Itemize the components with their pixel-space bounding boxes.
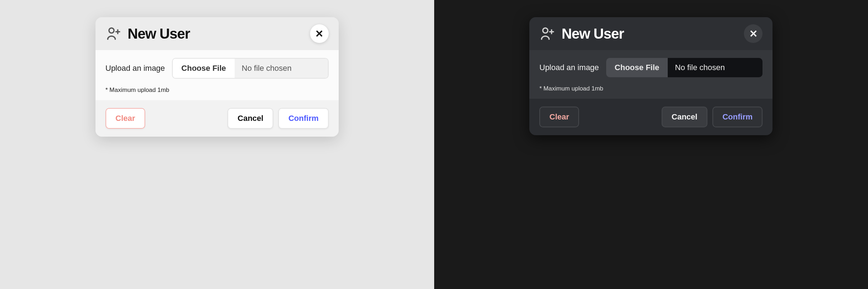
user-plus-icon: [106, 26, 121, 41]
dialog-footer: Clear Cancel Confirm: [95, 100, 339, 137]
dialog-body: Upload an image Choose File No file chos…: [95, 50, 339, 100]
file-picker: Choose File No file chosen: [172, 58, 329, 79]
close-icon: ✕: [749, 28, 757, 40]
clear-button[interactable]: Clear: [106, 108, 145, 129]
user-plus-icon: [539, 26, 555, 41]
file-status: No file chosen: [668, 58, 762, 77]
dialog-header: New User ✕: [95, 17, 339, 50]
upload-row: Upload an image Choose File No file chos…: [106, 58, 329, 79]
light-theme-preview: New User ✕ Upload an image Choose File N…: [0, 0, 434, 289]
dark-theme-preview: New User ✕ Upload an image Choose File N…: [434, 0, 868, 289]
new-user-dialog: New User ✕ Upload an image Choose File N…: [95, 17, 339, 137]
confirm-button[interactable]: Confirm: [712, 107, 762, 127]
upload-hint: * Maximum upload 1mb: [106, 87, 329, 94]
dialog-title: New User: [128, 26, 190, 42]
choose-file-button[interactable]: Choose File: [606, 58, 668, 77]
file-picker: Choose File No file chosen: [606, 58, 763, 77]
new-user-dialog: New User ✕ Upload an image Choose File N…: [529, 17, 773, 135]
close-button[interactable]: ✕: [744, 24, 762, 43]
file-status: No file chosen: [235, 59, 328, 78]
dialog-title: New User: [561, 26, 624, 42]
cancel-button[interactable]: Cancel: [662, 107, 707, 127]
dialog-body: Upload an image Choose File No file chos…: [529, 50, 773, 99]
clear-button[interactable]: Clear: [539, 107, 579, 127]
svg-point-0: [109, 28, 114, 33]
dialog-footer: Clear Cancel Confirm: [529, 99, 773, 135]
confirm-button[interactable]: Confirm: [278, 108, 328, 129]
close-button[interactable]: ✕: [310, 24, 329, 43]
cancel-button[interactable]: Cancel: [227, 108, 273, 129]
dialog-header: New User ✕: [529, 17, 773, 50]
choose-file-button[interactable]: Choose File: [173, 59, 235, 78]
upload-hint: * Maximum upload 1mb: [539, 85, 762, 92]
upload-label: Upload an image: [539, 63, 599, 72]
upload-row: Upload an image Choose File No file chos…: [539, 58, 762, 77]
svg-point-3: [543, 28, 548, 33]
upload-label: Upload an image: [106, 64, 165, 73]
close-icon: ✕: [315, 28, 323, 40]
